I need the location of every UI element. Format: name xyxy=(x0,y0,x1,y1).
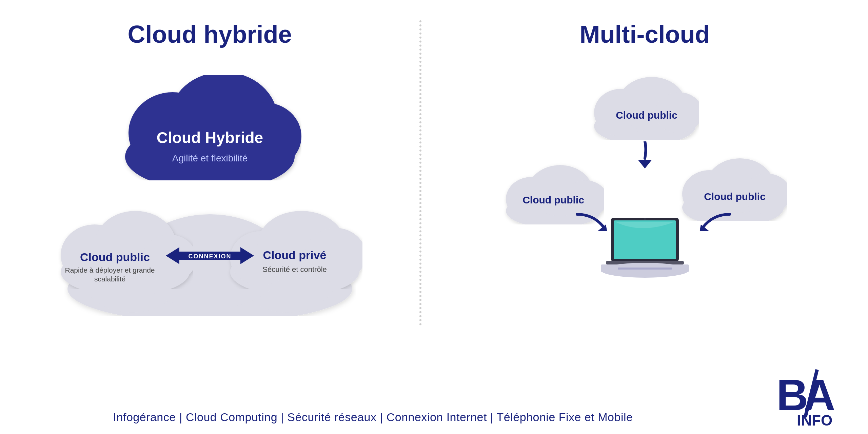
svg-rect-50 xyxy=(618,268,672,270)
mc-arrow-down xyxy=(636,141,653,169)
mc-arrow-right-to-laptop xyxy=(699,211,733,231)
hybrid-cloud-diagram: Cloud Hybride Agilité et flexibilité xyxy=(57,65,362,316)
svg-text:CONNEXION: CONNEXION xyxy=(188,253,231,260)
laptop-icon xyxy=(601,214,689,282)
svg-text:Rapide à déployer et grande: Rapide à déployer et grande xyxy=(65,266,155,274)
blue-cloud: Cloud Hybride Agilité et flexibilité xyxy=(118,75,301,180)
left-title: Cloud hybride xyxy=(128,20,292,48)
logo-container: B A INFO xyxy=(773,363,848,431)
svg-marker-25 xyxy=(240,247,254,264)
right-panel: Multi-cloud Cloud publi xyxy=(421,0,868,400)
svg-text:Cloud public: Cloud public xyxy=(522,194,584,205)
connexion-arrow: CONNEXION xyxy=(166,245,254,266)
svg-text:scalabilité: scalabilité xyxy=(94,275,125,283)
svg-text:Cloud Hybride: Cloud Hybride xyxy=(156,129,263,146)
mc-arrow-left-to-laptop xyxy=(574,211,608,231)
multi-cloud-diagram: Cloud public xyxy=(492,65,797,316)
footer: Infogérance | Cloud Computing | Sécurité… xyxy=(0,400,746,434)
svg-text:INFO: INFO xyxy=(797,412,832,429)
right-title: Multi-cloud xyxy=(580,20,710,48)
svg-point-51 xyxy=(644,218,646,220)
footer-text: Infogérance | Cloud Computing | Sécurité… xyxy=(113,411,633,424)
svg-text:Cloud public: Cloud public xyxy=(616,110,677,121)
svg-marker-23 xyxy=(166,247,179,264)
svg-text:Cloud privé: Cloud privé xyxy=(263,249,326,261)
mc-cloud-right: Cloud public xyxy=(679,153,787,221)
svg-text:Sécurité et contrôle: Sécurité et contrôle xyxy=(262,265,327,274)
svg-text:Agilité et flexibilité: Agilité et flexibilité xyxy=(172,153,248,163)
svg-marker-32 xyxy=(638,160,652,169)
svg-text:Cloud public: Cloud public xyxy=(80,251,150,263)
mc-cloud-top: Cloud public xyxy=(591,72,699,140)
left-panel: Cloud hybride Cloud Hyb xyxy=(0,0,419,400)
svg-text:Cloud public: Cloud public xyxy=(704,191,766,202)
